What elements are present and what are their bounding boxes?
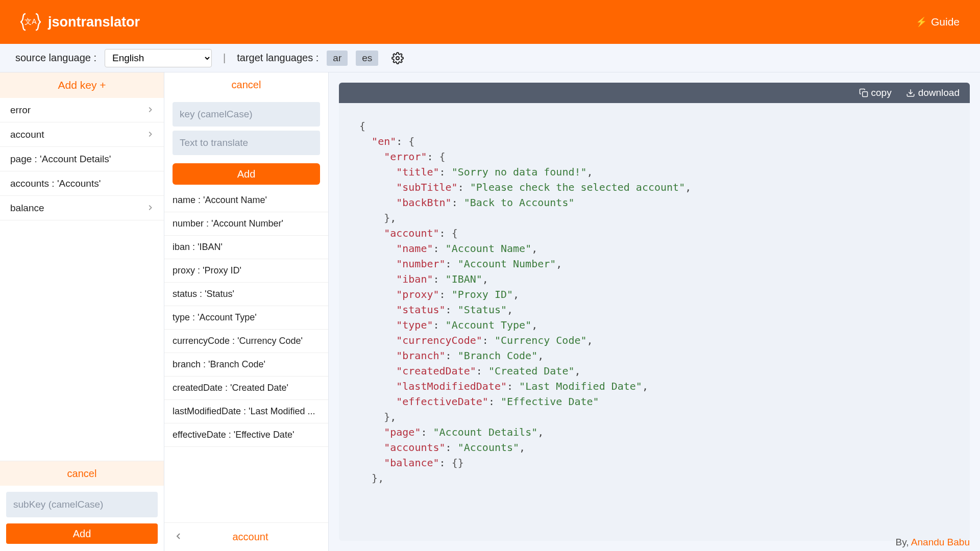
add-translation-button[interactable]: Add [173, 163, 320, 185]
author-link[interactable]: Anandu Babu [911, 537, 970, 547]
text-input[interactable] [173, 131, 320, 155]
translation-item[interactable]: createdDate : 'Created Date' [164, 377, 328, 400]
download-button[interactable]: download [906, 87, 960, 98]
source-language-label: source language : [15, 52, 96, 64]
app-name: jsontranslator [48, 14, 140, 30]
chevron-right-icon [146, 202, 154, 214]
key-item[interactable]: page : 'Account Details' [0, 147, 164, 171]
target-languages-label: target languages : [237, 52, 318, 64]
translation-item[interactable]: number : 'Account Number' [164, 212, 328, 236]
key-item[interactable]: accounts : 'Accounts' [0, 171, 164, 196]
source-language-select[interactable]: English [105, 49, 212, 67]
breadcrumb: account [183, 531, 318, 543]
keys-column: Add key + erroraccountpage : 'Account De… [0, 72, 164, 551]
guide-label: Guide [931, 16, 960, 28]
svg-rect-2 [862, 92, 867, 97]
translation-item[interactable]: type : 'Account Type' [164, 306, 328, 330]
breadcrumb-footer: account [164, 522, 328, 551]
target-lang-chip[interactable]: es [356, 51, 378, 66]
gear-icon [391, 52, 404, 64]
translation-item[interactable]: currencyCode : 'Currency Code' [164, 330, 328, 353]
output-column: copy download { "en": { "error": { "titl… [329, 72, 980, 551]
translations-column: cancel Add name : 'Account Name'number :… [164, 72, 329, 551]
translations-list: name : 'Account Name'number : 'Account N… [164, 189, 328, 522]
code-body[interactable]: { "en": { "error": { "title": "Sorry no … [339, 103, 970, 541]
copy-button[interactable]: copy [859, 87, 892, 98]
back-button[interactable] [175, 531, 183, 543]
bolt-icon: ⚡ [916, 16, 927, 28]
translation-item[interactable]: status : 'Status' [164, 283, 328, 306]
chevron-right-icon [146, 104, 154, 116]
cancel-key-button[interactable]: cancel [164, 72, 328, 98]
translation-item[interactable]: name : 'Account Name' [164, 189, 328, 212]
translation-item[interactable]: iban : 'IBAN' [164, 236, 328, 259]
chevron-right-icon [146, 129, 154, 140]
code-toolbar: copy download [339, 83, 970, 103]
main-body: Add key + erroraccountpage : 'Account De… [0, 72, 980, 551]
add-key-button[interactable]: Add key + [0, 72, 164, 98]
translation-item[interactable]: branch : 'Branch Code' [164, 353, 328, 377]
logo: 文A jsontranslator [20, 12, 140, 32]
guide-link[interactable]: ⚡ Guide [916, 16, 960, 28]
toolbar: source language : English | target langu… [0, 44, 980, 72]
key-item[interactable]: error [0, 98, 164, 122]
subkey-input[interactable] [6, 492, 158, 517]
key-item[interactable]: balance [0, 196, 164, 220]
code-panel: copy download { "en": { "error": { "titl… [339, 83, 970, 541]
footer-credit: By, Anandu Babu [896, 534, 970, 551]
svg-point-1 [396, 57, 399, 60]
translation-item[interactable]: proxy : 'Proxy ID' [164, 259, 328, 283]
logo-icon: 文A [20, 12, 41, 32]
settings-button[interactable] [391, 52, 404, 64]
translation-item[interactable]: lastModifiedDate : 'Last Modified ... [164, 400, 328, 423]
col1-footer: cancel Add [0, 461, 164, 551]
separator: | [223, 52, 226, 64]
add-subkey-button[interactable]: Add [6, 523, 158, 544]
key-list: erroraccountpage : 'Account Details'acco… [0, 98, 164, 461]
cancel-subkey-button[interactable]: cancel [0, 461, 164, 486]
app-header: 文A jsontranslator ⚡ Guide [0, 0, 980, 44]
download-icon [906, 88, 915, 97]
target-lang-chip[interactable]: ar [327, 51, 348, 66]
chevron-left-icon [175, 532, 183, 540]
key-input[interactable] [173, 102, 320, 127]
key-item[interactable]: account [0, 122, 164, 147]
copy-icon [859, 88, 868, 97]
svg-text:文A: 文A [24, 17, 37, 26]
translation-item[interactable]: effectiveDate : 'Effective Date' [164, 423, 328, 447]
